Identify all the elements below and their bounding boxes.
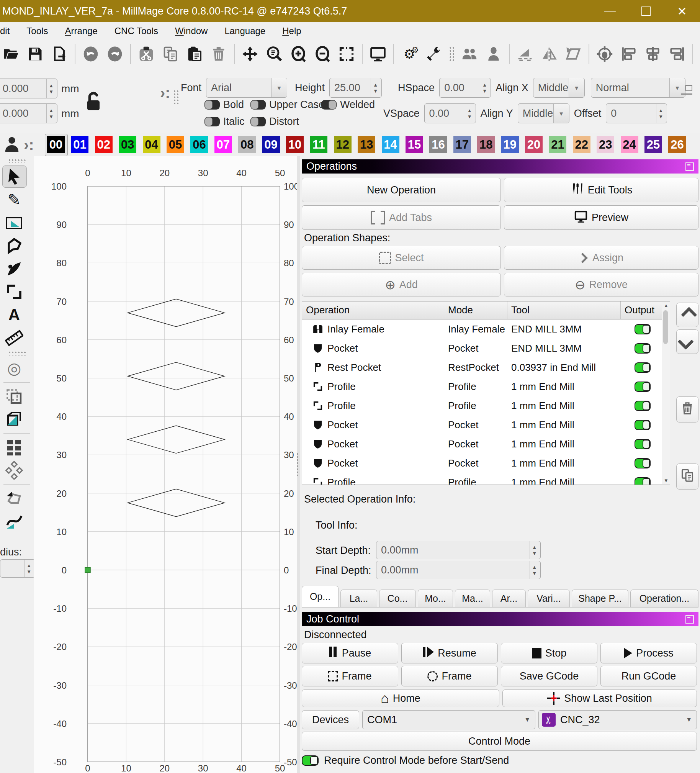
toggle-upper-case[interactable]: Upper Case — [250, 99, 324, 111]
tab-operation[interactable]: Operation... — [630, 589, 698, 607]
devices-button[interactable]: Devices — [302, 710, 359, 729]
node-edit-tool[interactable] — [2, 258, 26, 280]
column-header-tool[interactable]: Tool — [508, 301, 621, 319]
tab-vari[interactable]: Vari... — [527, 589, 570, 607]
operation-row[interactable]: PocketPocket1 mm End Mill — [302, 415, 670, 434]
require-control-toggle[interactable] — [302, 755, 319, 766]
skew-icon[interactable] — [564, 45, 582, 63]
color-swatch-16[interactable]: 16 — [429, 136, 447, 153]
color-swatch-13[interactable]: 13 — [358, 136, 375, 153]
move-row-up-button[interactable] — [676, 303, 698, 327]
color-swatch-08[interactable]: 08 — [238, 136, 256, 153]
select-tool[interactable] — [2, 166, 27, 188]
drag-handle[interactable] — [173, 90, 178, 105]
tab-co[interactable]: Co... — [379, 589, 416, 607]
color-swatch-12[interactable]: 12 — [334, 136, 352, 153]
user-icon[interactable] — [485, 45, 503, 63]
move-row-down-button[interactable] — [676, 329, 698, 354]
align-x-select[interactable]: Middle ▼ — [533, 78, 585, 98]
align-center-icon[interactable] — [644, 45, 662, 63]
operation-row[interactable]: PocketPocket1 mm End Mill — [302, 454, 670, 473]
color-swatch-02[interactable]: 02 — [95, 136, 113, 153]
size-y-stepper[interactable]: ▲▼ — [46, 104, 56, 123]
operation-row[interactable]: ProfileProfile1 mm End Mill — [302, 396, 670, 415]
menu-item-window[interactable]: Window — [175, 26, 207, 36]
stop-button[interactable]: Stop — [501, 643, 597, 663]
align-y-select[interactable]: Middle ▼ — [518, 104, 569, 123]
color-swatch-05[interactable]: 05 — [167, 136, 184, 153]
mirror-horizontal-icon[interactable] — [540, 45, 558, 63]
select-shapes-button[interactable]: Select — [302, 246, 501, 270]
scroll-thumb[interactable] — [663, 310, 668, 344]
frame-rect-button[interactable]: Frame — [302, 666, 398, 686]
diamond-shape[interactable] — [128, 426, 224, 453]
table-scrollbar[interactable]: ▲ ▼ — [662, 302, 670, 484]
tab-la[interactable]: La... — [340, 589, 377, 607]
home-button[interactable]: ⌂ Home — [302, 689, 500, 707]
vspace-input[interactable]: 0.00 ▲▼ — [424, 104, 476, 123]
save-file-icon[interactable] — [26, 45, 44, 63]
move-icon[interactable] — [241, 45, 259, 63]
operation-row[interactable]: PocketPocketEND MILL 3MM — [302, 339, 670, 358]
color-swatch-26[interactable]: 26 — [668, 136, 686, 153]
menu-item-help[interactable]: Help — [282, 26, 301, 36]
toggle-italic[interactable]: Italic — [204, 116, 245, 128]
hspace-input[interactable]: 0.00 ▲▼ — [439, 78, 491, 98]
color-swatch-07[interactable]: 07 — [214, 136, 232, 153]
size-x-input[interactable]: 0.000 ▲▼ — [0, 79, 58, 99]
add-shapes-button[interactable]: ⊕ Add — [302, 273, 501, 296]
delete-icon[interactable] — [210, 45, 227, 63]
tool-drag-handle[interactable] — [8, 159, 26, 163]
operation-row[interactable]: Inlay FemaleInlay FemaleEND MILL 3MM — [302, 319, 670, 339]
menu-item-dit[interactable]: dit — [0, 26, 10, 36]
color-swatch-04[interactable]: 04 — [143, 136, 161, 153]
curve-tool[interactable] — [2, 511, 26, 532]
panel-splitter[interactable] — [297, 156, 300, 773]
color-swatch-25[interactable]: 25 — [644, 136, 662, 153]
array-tool[interactable] — [2, 437, 26, 458]
controller-select[interactable]: ✂ CNC_32 ▼ — [538, 710, 697, 729]
scroll-down-icon[interactable]: ▼ — [664, 478, 669, 484]
cluster-tool[interactable] — [2, 460, 26, 481]
offset-tool[interactable]: ◎ — [2, 358, 26, 379]
assign-shapes-button[interactable]: Assign — [504, 246, 698, 270]
menu-item-arrange[interactable]: Arrange — [65, 26, 97, 36]
height-input[interactable]: 25.00 ▲▼ — [329, 78, 382, 98]
menu-item-cnc-tools[interactable]: CNC Tools — [115, 26, 158, 36]
column-header-operation[interactable]: Operation — [302, 301, 444, 319]
color-swatch-10[interactable]: 10 — [286, 136, 304, 153]
align-left-icon[interactable] — [620, 45, 638, 63]
text-tool[interactable]: A — [2, 304, 26, 326]
color-swatch-11[interactable]: 11 — [310, 136, 327, 153]
maximize-button[interactable] — [628, 0, 664, 22]
user-icon[interactable] — [3, 136, 21, 155]
offset-input[interactable]: 0 ▲▼ — [606, 104, 667, 123]
style-select[interactable]: Normal ▼ — [591, 78, 685, 98]
add-tabs-button[interactable]: Add Tabs — [302, 205, 501, 230]
redo-icon[interactable] — [106, 45, 124, 63]
size-y-input[interactable]: 0.000 ▲▼ — [0, 104, 58, 123]
machine-settings-icon[interactable]: ⚙⚙ — [401, 45, 418, 63]
cut-icon[interactable] — [138, 45, 155, 63]
show-last-position-button[interactable]: + Show Last Position — [503, 689, 697, 707]
run-gcode-button[interactable]: Run GCode — [600, 666, 697, 686]
team-icon[interactable] — [461, 45, 478, 63]
output-toggle[interactable] — [634, 324, 651, 334]
measure-tool[interactable] — [2, 327, 26, 349]
draw-tool[interactable]: ✎ — [2, 189, 26, 211]
output-toggle[interactable] — [634, 458, 651, 469]
radius-input[interactable]: ▲▼ — [0, 559, 35, 578]
polygon-tool[interactable] — [2, 235, 26, 257]
open-file-icon[interactable] — [2, 45, 20, 63]
port-select[interactable]: COM1 ▼ — [362, 710, 535, 729]
operation-row[interactable]: ProfileProfile1 mm End Mill — [302, 473, 670, 485]
process-button[interactable]: Process — [600, 643, 697, 663]
save-gcode-button[interactable]: Save GCode — [501, 666, 597, 686]
palette-collapse-handle[interactable]: ›: — [24, 137, 34, 153]
color-swatch-00[interactable]: 00 — [47, 136, 65, 153]
design-canvas[interactable]: 0010102020303040405050100100909080807070… — [34, 156, 297, 773]
toggle-welded[interactable]: Welded — [321, 99, 375, 111]
color-swatch-20[interactable]: 20 — [525, 136, 542, 153]
column-header-mode[interactable]: Mode — [444, 301, 508, 319]
zoom-page-icon[interactable] — [265, 45, 283, 63]
